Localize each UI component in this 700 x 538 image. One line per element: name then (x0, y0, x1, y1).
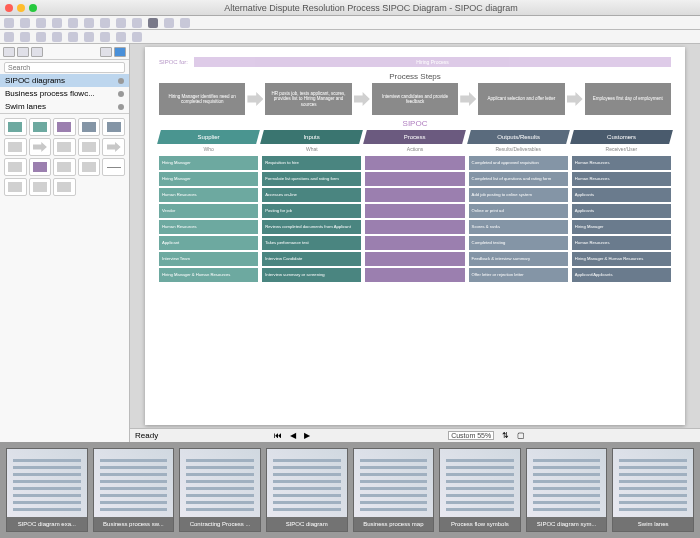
process-step-4[interactable]: Employees first day of employment (585, 83, 671, 115)
sipoc-cell[interactable]: Posting for job (262, 204, 361, 218)
sipoc-cell[interactable] (365, 252, 464, 266)
shape-arrow-1[interactable] (29, 138, 52, 156)
sipoc-cell[interactable]: Feedback & interview summary (469, 252, 568, 266)
sipoc-cell[interactable]: Hiring Manager & Human Resources (572, 252, 671, 266)
tool-pointer-icon[interactable] (4, 18, 14, 28)
gallery-thumb-7[interactable]: Swim lanes (612, 448, 694, 532)
col-header-shape[interactable]: Inputs (260, 130, 363, 144)
gallery-thumb-1[interactable]: Business process sw... (93, 448, 175, 532)
page-nav-first-icon[interactable]: ⏮ (274, 431, 282, 440)
tool-arc-icon[interactable] (100, 18, 110, 28)
col-header-shape[interactable]: Outputs/Results (467, 130, 570, 144)
page-nav-prev-icon[interactable]: ◀ (290, 431, 296, 440)
sipoc-cell[interactable]: Human Resources (572, 156, 671, 170)
sipoc-cell[interactable] (365, 220, 464, 234)
sipoc-cell[interactable]: Hiring Manager (572, 220, 671, 234)
gallery-thumb-2[interactable]: Contracting Process ... (179, 448, 261, 532)
undo-icon[interactable] (4, 32, 14, 42)
sipoc-cell[interactable]: Applicant/Applicants (572, 268, 671, 282)
shape-gray-1[interactable] (4, 138, 27, 156)
library-icon[interactable] (3, 47, 15, 57)
ungroup-icon[interactable] (100, 32, 110, 42)
sipoc-cell[interactable]: Reviews completed documents from Applica… (262, 220, 361, 234)
close-icon[interactable] (5, 4, 13, 12)
gallery-thumb-0[interactable]: SIPOC diagram exa... (6, 448, 88, 532)
align-left-icon[interactable] (36, 32, 46, 42)
align-right-icon[interactable] (68, 32, 78, 42)
shape-purple-2[interactable] (29, 158, 52, 176)
shape-line[interactable] (102, 158, 125, 176)
shape-slate-2[interactable] (102, 118, 125, 136)
tool-hand-icon[interactable] (20, 18, 30, 28)
col-header-shape[interactable]: Customers (570, 130, 673, 144)
shape-purple-1[interactable] (53, 118, 76, 136)
expand-icon[interactable] (118, 104, 124, 110)
sipoc-cell[interactable]: Accesses on-line (262, 188, 361, 202)
back-icon[interactable] (132, 32, 142, 42)
sipoc-cell[interactable]: Human Resources (159, 188, 258, 202)
shape-teal-2[interactable] (29, 118, 52, 136)
group-icon[interactable] (84, 32, 94, 42)
shape-teal-1[interactable] (4, 118, 27, 136)
grid-icon[interactable] (31, 47, 43, 57)
sipoc-cell[interactable]: Scores & ranks (469, 220, 568, 234)
sipoc-cell[interactable]: Completed testing (469, 236, 568, 250)
col-header-shape[interactable]: Process (364, 130, 467, 144)
gallery-thumb-6[interactable]: SIPOC diagram sym... (526, 448, 608, 532)
shape-gray-2[interactable] (53, 138, 76, 156)
sipoc-cell[interactable]: Hiring Manager & Human Resources (159, 268, 258, 282)
sipoc-cell[interactable]: Human Resources (572, 236, 671, 250)
search-toggle-icon[interactable] (114, 47, 126, 57)
sipoc-cell[interactable]: Hiring Manager (159, 172, 258, 186)
expand-icon[interactable] (118, 78, 124, 84)
gallery-thumb-4[interactable]: Business process map (353, 448, 435, 532)
sipoc-cell[interactable]: Vendor (159, 204, 258, 218)
shape-gray-6[interactable] (78, 158, 101, 176)
process-step-0[interactable]: Hiring Manager identifies need on comple… (159, 83, 245, 115)
tool-text-icon[interactable] (36, 18, 46, 28)
sipoc-cell[interactable] (365, 172, 464, 186)
tool-table-icon[interactable] (180, 18, 190, 28)
sipoc-cell[interactable]: Applicant (159, 236, 258, 250)
shape-gray-3[interactable] (78, 138, 101, 156)
expand-icon[interactable] (118, 91, 124, 97)
sipoc-cell[interactable]: Formulate list questions and rating form (262, 172, 361, 186)
canvas[interactable]: SIPOC for: Hiring Process Process Steps … (130, 44, 700, 428)
front-icon[interactable] (116, 32, 126, 42)
zoom-dropdown[interactable]: Custom 55% (448, 431, 494, 440)
fit-page-icon[interactable]: ▢ (517, 431, 525, 440)
sipoc-cell[interactable]: Online or print ad (469, 204, 568, 218)
tool-image-icon[interactable] (164, 18, 174, 28)
sipoc-cell[interactable]: Takes performance test (262, 236, 361, 250)
page-nav-next-icon[interactable]: ▶ (304, 431, 310, 440)
shape-arrow-2[interactable] (102, 138, 125, 156)
sipoc-cell[interactable] (365, 156, 464, 170)
sipoc-cell[interactable]: Completed list of questions and rating f… (469, 172, 568, 186)
redo-icon[interactable] (20, 32, 30, 42)
sipoc-cell[interactable]: Completed and approved requisition (469, 156, 568, 170)
tool-connector-icon[interactable] (84, 18, 94, 28)
sipoc-cell[interactable]: Applicants (572, 188, 671, 202)
sipoc-cell[interactable]: Human Resources (159, 220, 258, 234)
sipoc-cell[interactable] (365, 188, 464, 202)
shape-slate-1[interactable] (78, 118, 101, 136)
sipoc-cell[interactable]: Interview Candidate (262, 252, 361, 266)
sipoc-cell[interactable]: Applicants (572, 204, 671, 218)
sipoc-cell[interactable] (365, 204, 464, 218)
minimize-icon[interactable] (17, 4, 25, 12)
sipoc-cell[interactable] (365, 268, 464, 282)
sidebar-item-2[interactable]: Swim lanes (0, 100, 129, 113)
search-input[interactable] (4, 62, 125, 73)
sipoc-cell[interactable] (365, 236, 464, 250)
tool-shape-icon[interactable] (52, 18, 62, 28)
shape-gray-7[interactable] (4, 178, 27, 196)
sidebar-item-1[interactable]: Business process flowc... (0, 87, 129, 100)
shape-gray-5[interactable] (53, 158, 76, 176)
zoom-stepper-icon[interactable]: ⇅ (502, 431, 509, 440)
tool-curve-icon[interactable] (116, 18, 126, 28)
shapes-icon[interactable] (17, 47, 29, 57)
sipoc-cell[interactable]: Interview summary or screening (262, 268, 361, 282)
gallery-thumb-5[interactable]: Process flow symbols (439, 448, 521, 532)
sipoc-cell[interactable]: Interview Team (159, 252, 258, 266)
sidebar-item-0[interactable]: SIPOC diagrams (0, 74, 129, 87)
